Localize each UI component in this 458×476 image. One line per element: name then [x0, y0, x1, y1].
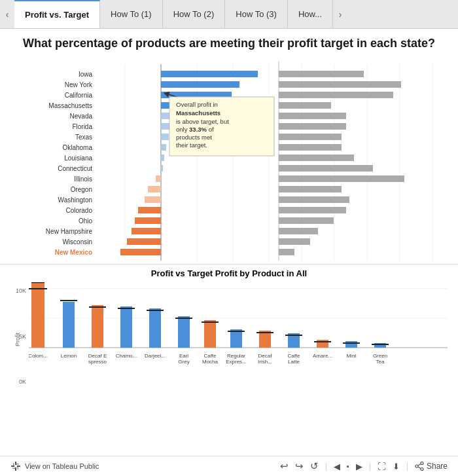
svg-text:Washington: Washington [58, 196, 92, 204]
svg-text:Decaf E: Decaf E [88, 353, 107, 359]
svg-rect-61 [279, 165, 373, 172]
svg-text:Overall profit in: Overall profit in [176, 101, 218, 108]
svg-rect-99 [178, 316, 190, 348]
svg-rect-55 [279, 102, 331, 109]
svg-text:Texas: Texas [75, 134, 92, 141]
svg-text:Illinois: Illinois [74, 175, 92, 183]
svg-line-146 [418, 464, 421, 466]
svg-rect-45 [120, 249, 161, 255]
tableau-public-link[interactable]: View on Tableau Public [10, 461, 99, 471]
tab-next-arrow[interactable]: › [333, 0, 347, 28]
svg-rect-93 [92, 305, 103, 348]
svg-text:Louisiana: Louisiana [64, 155, 92, 162]
svg-text:Green: Green [373, 353, 387, 359]
bottom-chart-svg: Colom... Lemon Decaf E spresso Chamo... … [29, 282, 448, 387]
svg-rect-43 [132, 228, 161, 234]
svg-rect-111 [345, 341, 357, 348]
tab-prev-arrow[interactable]: ‹ [0, 0, 14, 28]
svg-text:Florida: Florida [72, 123, 92, 130]
svg-rect-59 [279, 144, 342, 151]
svg-text:Nevada: Nevada [70, 113, 93, 120]
svg-point-143 [421, 462, 423, 465]
svg-text:Caffe: Caffe [204, 353, 217, 359]
svg-rect-142 [16, 464, 19, 465]
svg-rect-54 [279, 92, 393, 98]
svg-text:Tea: Tea [376, 359, 385, 365]
svg-rect-60 [279, 155, 354, 161]
svg-rect-66 [279, 217, 334, 224]
tableau-icon [10, 461, 21, 471]
svg-text:Darjeel...: Darjeel... [145, 353, 166, 359]
share-button[interactable]: Share [415, 462, 448, 471]
svg-text:Regular: Regular [227, 353, 245, 359]
tableau-label: View on Tableau Public [25, 462, 99, 470]
nav-indicator: ▪ [347, 462, 349, 470]
share-label: Share [427, 462, 448, 471]
svg-text:Colorado: Colorado [65, 207, 92, 214]
svg-text:New Hampshire: New Hampshire [46, 228, 93, 235]
svg-text:their target.: their target. [176, 141, 207, 149]
svg-rect-37 [161, 165, 163, 172]
svg-text:Decaf: Decaf [258, 353, 273, 359]
svg-text:Earl: Earl [179, 353, 188, 359]
expand-icon[interactable]: ⛶ [378, 462, 386, 471]
svg-text:Massachusetts: Massachusetts [48, 102, 92, 109]
tab-bar: ‹ Profit vs. Target How To (1) How To (2… [0, 0, 458, 29]
revert-icon[interactable]: ↺ [310, 460, 319, 472]
svg-rect-62 [279, 175, 404, 182]
svg-rect-38 [156, 175, 161, 182]
svg-rect-138 [17, 466, 20, 467]
svg-rect-40 [145, 196, 161, 203]
svg-rect-42 [135, 217, 161, 224]
svg-point-144 [421, 468, 423, 471]
svg-rect-57 [279, 123, 346, 130]
svg-text:Chamo...: Chamo... [116, 353, 137, 359]
svg-text:Expres...: Expres... [226, 359, 247, 365]
nav-left-icon[interactable]: ◀ [334, 462, 340, 471]
svg-text:Oklahoma: Oklahoma [62, 144, 92, 151]
svg-text:Connecticut: Connecticut [58, 165, 92, 172]
footer-controls: ↩ ↪ ↺ | ◀ ▪ ▶ | ⛶ ⬇ | Share [280, 460, 448, 472]
tab-how-more[interactable]: How... [288, 0, 333, 28]
svg-rect-36 [161, 155, 164, 161]
svg-text:Colom...: Colom... [29, 353, 48, 359]
svg-text:Iowa: Iowa [79, 71, 93, 78]
svg-rect-140 [18, 467, 19, 469]
svg-rect-63 [279, 186, 342, 192]
svg-rect-58 [279, 134, 342, 140]
svg-text:Lemon: Lemon [61, 353, 77, 359]
svg-rect-109 [317, 340, 328, 348]
tab-how-to-2[interactable]: How To (2) [163, 0, 226, 28]
svg-rect-65 [279, 207, 346, 213]
dual-chart-svg: Iowa New York California Massachusetts N… [10, 54, 449, 264]
redo-icon[interactable]: ↪ [295, 460, 304, 472]
svg-rect-41 [138, 207, 161, 213]
svg-point-145 [415, 465, 418, 467]
svg-rect-136 [15, 467, 16, 471]
svg-rect-64 [279, 196, 349, 203]
tab-how-to-1[interactable]: How To (1) [100, 0, 163, 28]
svg-text:Ohio: Ohio [79, 217, 93, 225]
y-label-10k: 10K [16, 287, 26, 294]
svg-rect-53 [279, 81, 401, 88]
undo-icon[interactable]: ↩ [280, 460, 289, 472]
y-axis-profit-label: Profit [14, 332, 21, 346]
nav-right-icon[interactable]: ▶ [356, 462, 362, 471]
svg-text:Mint: Mint [346, 353, 357, 359]
svg-text:Caffe: Caffe [288, 353, 301, 359]
svg-rect-91 [63, 302, 75, 348]
tab-how-to-3[interactable]: How To (3) [225, 0, 288, 28]
svg-rect-34 [161, 134, 169, 140]
svg-rect-135 [15, 462, 16, 465]
svg-text:Oregon: Oregon [71, 186, 92, 193]
svg-text:Wisconsin: Wisconsin [62, 238, 92, 246]
svg-line-147 [418, 467, 421, 469]
svg-text:New Mexico: New Mexico [55, 249, 92, 256]
svg-rect-35 [161, 144, 166, 151]
svg-text:is above target, but: is above target, but [176, 118, 229, 125]
download-icon[interactable]: ⬇ [393, 462, 400, 471]
svg-text:Latte: Latte [288, 359, 300, 365]
svg-rect-28 [161, 71, 258, 77]
svg-rect-141 [12, 468, 15, 469]
tab-profit-vs-target[interactable]: Profit vs. Target [14, 0, 100, 28]
